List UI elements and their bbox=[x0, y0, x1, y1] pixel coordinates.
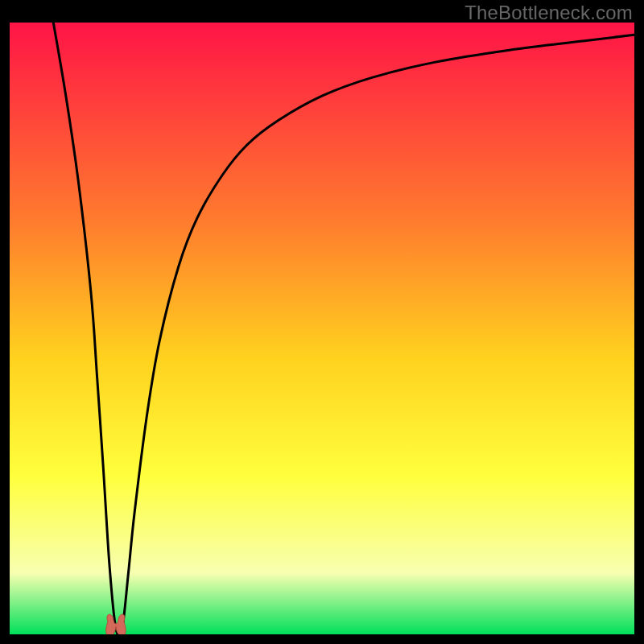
gradient-background bbox=[10, 23, 634, 634]
watermark-text: TheBottleneck.com bbox=[464, 2, 633, 24]
bottleneck-chart bbox=[10, 23, 634, 634]
chart-frame bbox=[10, 23, 634, 634]
